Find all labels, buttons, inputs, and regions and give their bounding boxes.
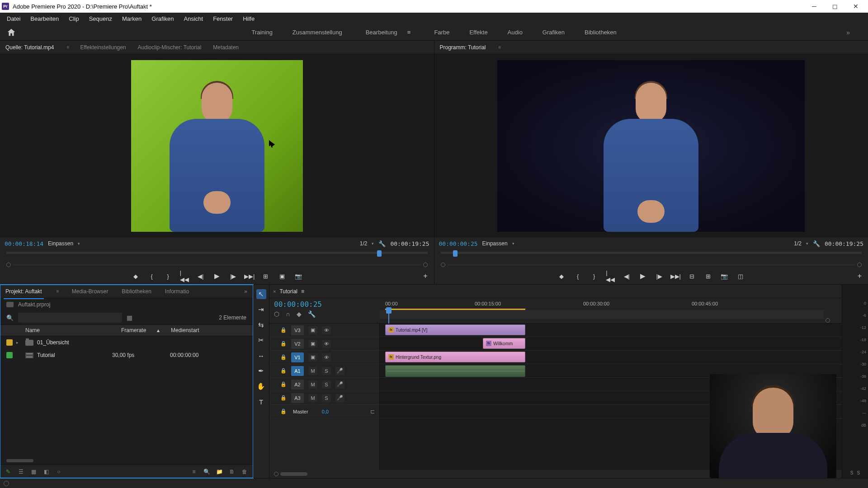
mute-icon[interactable]: M [308, 380, 317, 389]
export-frame-icon[interactable]: 📷 [720, 272, 728, 280]
timeline-timecode[interactable]: 00:00:00:25 [274, 300, 375, 309]
linked-selection-icon[interactable]: ∩ [286, 310, 290, 318]
workspace-audio[interactable]: Audio [504, 27, 526, 38]
expand-icon[interactable]: ▸ [16, 340, 22, 345]
col-name[interactable]: Name [21, 327, 112, 333]
go-to-out-icon[interactable]: ▶▶| [245, 272, 254, 280]
project-item-list[interactable]: ▸ 01_Übersicht Tutorial 30,00 fps 00:00:… [0, 336, 253, 459]
track-header-v1[interactable]: V1 🔒 V1 ▣ 👁 [269, 351, 379, 364]
tab-audio-mixer[interactable]: Audioclip-Mischer: Tutorial [136, 43, 203, 52]
label-chip[interactable] [6, 339, 13, 346]
solo-icon[interactable]: S [322, 394, 331, 402]
tab-effect-controls[interactable]: Effekteinstellungen [78, 43, 127, 52]
settings-icon[interactable]: 🔧 [378, 240, 386, 247]
toggle-visibility-icon[interactable]: 👁 [322, 353, 331, 361]
lock-icon[interactable]: 🔒 [280, 408, 287, 414]
track-header-v2[interactable]: 🔒 V2 ▣ 👁 [269, 337, 379, 351]
ripple-edit-tool-icon[interactable]: ⇆ [256, 320, 266, 330]
item-name[interactable]: 01_Übersicht [37, 339, 108, 346]
audio-meters[interactable]: 0-6-12 -18-24-30 -36-42-48 ---dB SS [842, 285, 868, 478]
timeline-settings-icon[interactable]: 🔧 [308, 310, 316, 318]
voiceover-icon[interactable]: 🎤 [335, 394, 344, 402]
master-value[interactable]: 0,0 [322, 409, 329, 414]
home-icon[interactable] [6, 28, 16, 38]
toggle-output-icon[interactable]: ▣ [308, 326, 317, 334]
delete-icon[interactable]: 🗑 [241, 468, 248, 475]
add-marker-icon[interactable]: ◆ [297, 310, 302, 318]
solo-icon[interactable]: S [322, 367, 331, 375]
workspace-farbe[interactable]: Farbe [430, 27, 453, 38]
source-tab-menu-icon[interactable]: ≡ [65, 43, 70, 51]
tab-source[interactable]: Quelle: Tutorial.mp4 [4, 43, 56, 52]
zoom-slider-icon[interactable]: ○ [55, 468, 62, 475]
filter-bin-icon[interactable]: ▦ [127, 314, 132, 321]
zoom-handle-left[interactable] [6, 263, 11, 267]
workspace-overflow-icon[interactable]: » [846, 29, 850, 36]
workspace-zusammenstellung[interactable]: Zusammenstellung [289, 27, 346, 38]
zoom-handle-left[interactable] [441, 263, 445, 267]
minimize-button[interactable]: ─ [804, 0, 825, 13]
list-view-icon[interactable]: ☰ [17, 468, 24, 475]
track-header-a2[interactable]: 🔒 A2 M S 🎤 [269, 378, 379, 391]
go-to-out-icon[interactable]: ▶▶| [671, 272, 679, 280]
type-tool-icon[interactable]: T [256, 397, 266, 407]
workspace-training[interactable]: Training [248, 27, 276, 38]
workspace-effekte[interactable]: Effekte [466, 27, 491, 38]
chevron-down-icon[interactable]: ▾ [512, 241, 514, 246]
mute-icon[interactable]: M [308, 394, 317, 402]
automate-to-sequence-icon[interactable]: ≡ [190, 468, 198, 475]
razor-tool-icon[interactable]: ✂ [256, 335, 266, 345]
menu-marken[interactable]: Marken [118, 14, 146, 23]
item-name[interactable]: Tutorial [37, 352, 108, 358]
pen-tool-icon[interactable]: ✒ [256, 366, 266, 376]
list-item[interactable]: Tutorial 30,00 fps 00:00:00:00 [0, 349, 253, 361]
voiceover-icon[interactable]: 🎤 [335, 380, 344, 389]
tab-metadata[interactable]: Metadaten [211, 43, 241, 52]
workspace-grafiken[interactable]: Grafiken [539, 27, 568, 38]
close-button[interactable]: ✕ [845, 0, 866, 13]
chevron-down-icon[interactable]: ▾ [78, 241, 80, 246]
overwrite-icon[interactable]: ▣ [278, 272, 286, 280]
new-item-icon[interactable]: 🗎 [228, 468, 236, 475]
zoom-handle[interactable] [826, 318, 830, 323]
find-icon[interactable]: 🔍 [203, 468, 210, 475]
solo-left[interactable]: S [850, 470, 854, 475]
lock-icon[interactable]: 🔒 [280, 354, 287, 360]
add-marker-icon[interactable]: ◆ [132, 272, 140, 280]
search-icon[interactable]: 🔍 [6, 314, 14, 321]
step-back-icon[interactable]: ◀| [623, 272, 631, 280]
timeline-tab-menu-icon[interactable]: ≡ [301, 288, 304, 295]
lock-icon[interactable]: 🔒 [280, 341, 287, 347]
source-res-select[interactable]: 1/2 [360, 240, 368, 247]
track-header-a3[interactable]: 🔒 A3 M S 🎤 [269, 391, 379, 405]
toggle-output-icon[interactable]: ▣ [308, 340, 317, 348]
menu-datei[interactable]: Datei [3, 14, 24, 23]
chevron-down-icon[interactable]: ▾ [806, 241, 808, 246]
toggle-output-icon[interactable]: ▣ [308, 353, 317, 361]
track-label[interactable]: A1 [291, 366, 304, 376]
insert-icon[interactable]: ⊞ [262, 272, 270, 280]
program-res-select[interactable]: 1/2 [794, 240, 802, 247]
menu-grafiken[interactable]: Grafiken [147, 14, 178, 23]
project-filename[interactable]: Auftakt.prproj [18, 301, 50, 308]
tab-libraries[interactable]: Bibliotheken [120, 287, 153, 296]
source-monitor[interactable] [0, 54, 434, 237]
step-forward-icon[interactable]: |▶ [229, 272, 237, 280]
solo-icon[interactable]: S [322, 380, 331, 389]
go-to-in-icon[interactable]: |◀◀ [180, 272, 189, 280]
work-area-bar[interactable] [385, 309, 525, 310]
program-zoom-select[interactable]: Einpassen [482, 240, 508, 247]
menu-ansicht[interactable]: Ansicht [179, 14, 207, 23]
menu-hilfe[interactable]: Hilfe [239, 14, 259, 23]
maximize-button[interactable]: ◻ [825, 0, 845, 13]
tab-media-browser[interactable]: Media-Browser [70, 287, 110, 296]
project-search-input[interactable] [18, 313, 122, 323]
mark-in-icon[interactable]: { [148, 272, 156, 280]
mark-in-icon[interactable]: { [574, 272, 582, 280]
lock-icon[interactable]: 🔒 [280, 368, 287, 374]
track-select-tool-icon[interactable]: ⇥ [256, 305, 266, 314]
mark-out-icon[interactable]: } [590, 272, 598, 280]
toggle-visibility-icon[interactable]: 👁 [322, 326, 331, 334]
workspace-bearbeitung[interactable]: Bearbeitung≡ [359, 27, 418, 38]
settings-icon[interactable]: 🔧 [813, 240, 820, 247]
